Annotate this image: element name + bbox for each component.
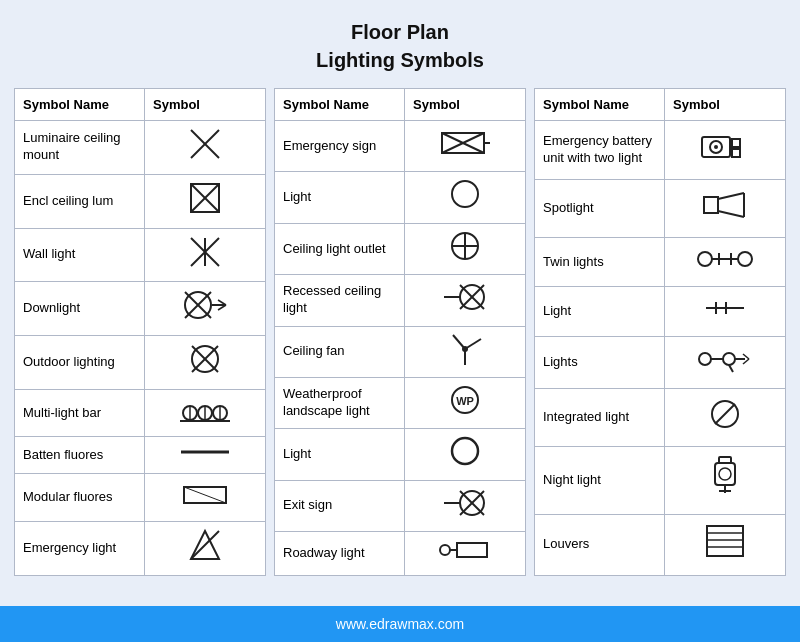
- tables-container: Symbol Name Symbol Luminaire ceiling mou…: [0, 88, 800, 586]
- table-row: Roadway light: [275, 532, 526, 575]
- svg-rect-86: [715, 463, 735, 485]
- table-row: Luminaire ceiling mount: [15, 121, 266, 175]
- table-row: Emergency battery unit with two light: [535, 121, 786, 180]
- col-header-name-3: Symbol Name: [535, 89, 665, 121]
- svg-point-70: [738, 252, 752, 266]
- svg-point-78: [723, 353, 735, 365]
- svg-point-57: [714, 145, 718, 149]
- svg-line-61: [718, 193, 744, 199]
- table-row: Wall light: [15, 228, 266, 282]
- footer-url: www.edrawmax.com: [336, 616, 464, 632]
- table-row: Emergency light: [15, 521, 266, 575]
- table-row: Twin lights: [535, 238, 786, 287]
- table-2: Symbol Name Symbol Emergency sign Light: [274, 88, 526, 576]
- table-row: Lights: [535, 336, 786, 388]
- table-row: Batten fluores: [15, 437, 266, 474]
- table-row: Weatherproof landscape light WP: [275, 377, 526, 428]
- svg-point-64: [698, 252, 712, 266]
- col-header-name-1: Symbol Name: [15, 89, 145, 121]
- table-1: Symbol Name Symbol Luminaire ceiling mou…: [14, 88, 266, 576]
- table-row: Downlight: [15, 282, 266, 336]
- svg-line-84: [715, 404, 735, 424]
- table-row: Light: [275, 429, 526, 480]
- svg-rect-58: [732, 139, 740, 147]
- table-row: Encl ceiling lum: [15, 174, 266, 228]
- svg-line-26: [184, 487, 226, 503]
- table-row: Spotlight: [535, 179, 786, 238]
- table-row: Emergency sign: [275, 121, 526, 172]
- table-row: Recessed ceiling light: [275, 275, 526, 326]
- svg-point-52: [440, 545, 450, 555]
- svg-point-76: [699, 353, 711, 365]
- svg-line-82: [729, 365, 733, 372]
- table-3: Symbol Name Symbol Emergency battery uni…: [534, 88, 786, 576]
- svg-point-33: [452, 181, 478, 207]
- svg-line-28: [191, 531, 219, 559]
- col-header-name-2: Symbol Name: [275, 89, 405, 121]
- page-title: Floor PlanLighting Symbols: [316, 0, 484, 88]
- table-row: Outdoor lighting: [15, 336, 266, 390]
- table-row: Modular fluores: [15, 474, 266, 521]
- table-row: Louvers: [535, 514, 786, 575]
- table-row: Ceiling fan: [275, 326, 526, 377]
- footer: www.edrawmax.com: [0, 606, 800, 642]
- table-row: Ceiling light outlet: [275, 223, 526, 274]
- svg-text:WP: WP: [456, 395, 474, 407]
- table-row: Multi-light bar: [15, 389, 266, 436]
- svg-point-44: [462, 346, 468, 352]
- col-header-symbol-2: Symbol: [405, 89, 526, 121]
- table-row: Integrated light: [535, 388, 786, 447]
- table-row: Night light: [535, 447, 786, 515]
- svg-point-47: [452, 438, 478, 464]
- svg-line-62: [718, 211, 744, 217]
- svg-point-89: [719, 468, 731, 480]
- svg-rect-60: [704, 197, 718, 213]
- svg-rect-54: [457, 543, 487, 557]
- table-row: Light: [275, 172, 526, 223]
- table-row: Exit sign: [275, 480, 526, 531]
- col-header-symbol-3: Symbol: [665, 89, 786, 121]
- svg-rect-90: [707, 526, 743, 556]
- svg-rect-59: [732, 149, 740, 157]
- table-row: Light: [535, 287, 786, 336]
- col-header-symbol-1: Symbol: [145, 89, 266, 121]
